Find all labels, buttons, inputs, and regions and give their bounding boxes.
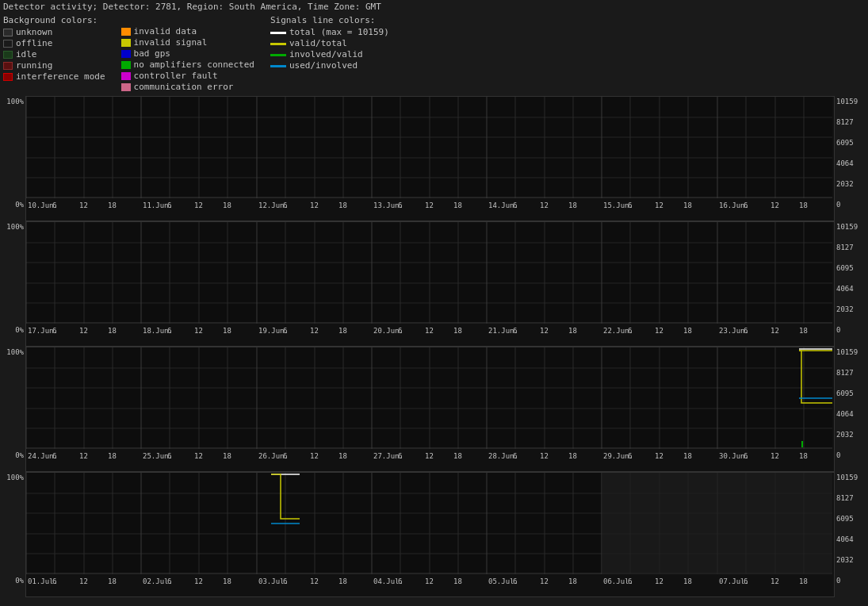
total-line bbox=[270, 32, 286, 34]
chart-3-area bbox=[25, 347, 835, 472]
used-involved-line bbox=[270, 65, 286, 67]
legend-bg-title: Background colors: bbox=[3, 15, 105, 25]
legend-valid-total: valid/total bbox=[270, 38, 389, 49]
legend-bad-gps: bad gps bbox=[121, 48, 254, 59]
legend: Background colors: unknown offline idle … bbox=[0, 13, 868, 96]
legend-invalid-signal: invalid signal bbox=[121, 37, 254, 48]
legend-signals-title: Signals line colors: bbox=[270, 15, 389, 25]
idle-box bbox=[3, 51, 13, 59]
invalid-data-box bbox=[121, 28, 131, 36]
controller-label: controller fault bbox=[134, 71, 218, 82]
chart-4-area bbox=[25, 472, 835, 597]
chart-3-left-axis: 100% 0% bbox=[0, 347, 25, 472]
comm-error-label: communication error bbox=[134, 82, 234, 93]
used-involved-label: used/involved bbox=[289, 60, 358, 71]
unknown-box bbox=[3, 29, 13, 36]
legend-unknown: unknown bbox=[3, 27, 105, 38]
legend-interference: interference mode bbox=[3, 71, 105, 82]
legend-running: running bbox=[3, 60, 105, 71]
total-label: total (max = 10159) bbox=[289, 27, 389, 38]
chart-3: 100% 0% 10159 8127 6095 4064 2032 0 bbox=[0, 347, 868, 472]
chart-4: 100% 0% 10159 8127 6095 4064 2032 0 bbox=[0, 472, 868, 597]
chart-3-right-axis: 10159 8127 6095 4064 2032 0 bbox=[835, 347, 868, 472]
legend-invalid-data: invalid data bbox=[121, 26, 254, 37]
involved-valid-label: involved/valid bbox=[289, 49, 363, 60]
chart-1-right-axis: 10159 8127 6095 4064 2032 0 bbox=[835, 96, 868, 221]
running-label: running bbox=[16, 60, 52, 71]
offline-label: offline bbox=[16, 38, 52, 49]
unknown-label: unknown bbox=[16, 27, 52, 38]
chart-1-left-axis: 100% 0% bbox=[0, 96, 25, 221]
chart-1: 100% 0% 10159 8127 6095 4064 2032 0 bbox=[0, 96, 868, 221]
running-box bbox=[3, 62, 13, 70]
chart-2-right-axis: 10159 8127 6095 4064 2032 0 bbox=[835, 221, 868, 347]
comm-error-box bbox=[121, 83, 131, 91]
chart-2: 100% 0% 10159 8127 6095 4064 2032 0 bbox=[0, 221, 868, 347]
header: Detector activity; Detector: 2781, Regio… bbox=[0, 0, 868, 96]
no-amp-box bbox=[121, 61, 131, 69]
valid-total-line bbox=[270, 43, 286, 45]
no-amp-label: no amplifiers connected bbox=[134, 59, 254, 71]
invalid-data-label: invalid data bbox=[134, 26, 197, 37]
legend-total: total (max = 10159) bbox=[270, 27, 389, 38]
interference-box bbox=[3, 73, 13, 81]
chart-4-right-axis: 10159 8127 6095 4064 2032 0 bbox=[835, 472, 868, 597]
legend-no-amp: no amplifiers connected bbox=[121, 59, 254, 71]
legend-comm-error: communication error bbox=[121, 82, 254, 93]
offline-box bbox=[3, 40, 13, 48]
title: Detector activity; Detector: 2781, Regio… bbox=[0, 0, 868, 13]
legend-controller: controller fault bbox=[121, 71, 254, 82]
interference-label: interference mode bbox=[16, 71, 105, 82]
chart-2-left-axis: 100% 0% bbox=[0, 221, 25, 347]
legend-offline: offline bbox=[3, 38, 105, 49]
chart-2-area bbox=[25, 221, 835, 347]
chart-1-xaxis bbox=[26, 209, 834, 221]
bad-gps-label: bad gps bbox=[134, 48, 170, 59]
chart-1-area bbox=[25, 96, 835, 221]
legend-involved-valid: involved/valid bbox=[270, 49, 389, 60]
controller-box bbox=[121, 72, 131, 80]
legend-signals: Signals line colors: total (max = 10159)… bbox=[270, 15, 389, 93]
legend-invalid: invalid data invalid signal bad gps no a… bbox=[121, 15, 254, 93]
idle-label: idle bbox=[16, 49, 37, 60]
legend-used-involved: used/involved bbox=[270, 60, 389, 71]
invalid-signal-label: invalid signal bbox=[134, 37, 208, 48]
invalid-signal-box bbox=[121, 39, 131, 47]
valid-total-label: valid/total bbox=[289, 38, 347, 49]
bad-gps-box bbox=[121, 50, 131, 58]
involved-valid-line bbox=[270, 54, 286, 56]
legend-idle: idle bbox=[3, 49, 105, 60]
legend-background: Background colors: unknown offline idle … bbox=[3, 15, 105, 93]
chart-4-left-axis: 100% 0% bbox=[0, 472, 25, 597]
